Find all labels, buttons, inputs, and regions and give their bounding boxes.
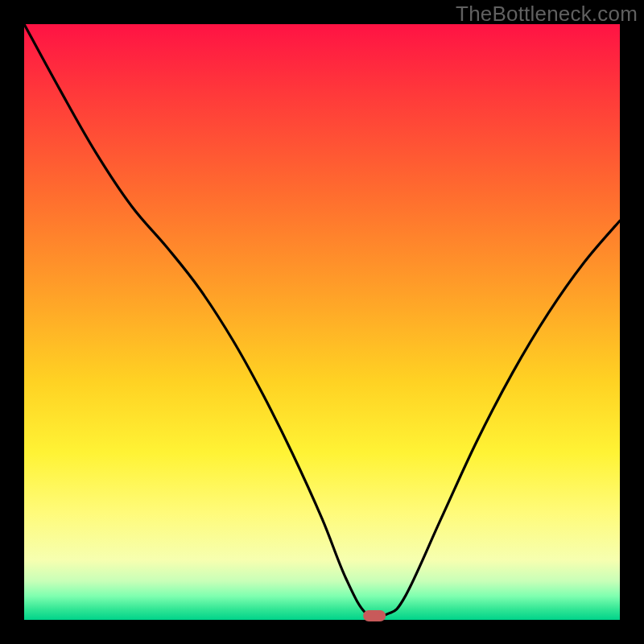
optimal-marker — [363, 610, 386, 621]
bottleneck-chart: TheBottleneck.com — [0, 0, 644, 644]
plot-svg — [0, 0, 644, 644]
plot-background — [24, 24, 620, 620]
watermark-text: TheBottleneck.com — [456, 2, 638, 27]
